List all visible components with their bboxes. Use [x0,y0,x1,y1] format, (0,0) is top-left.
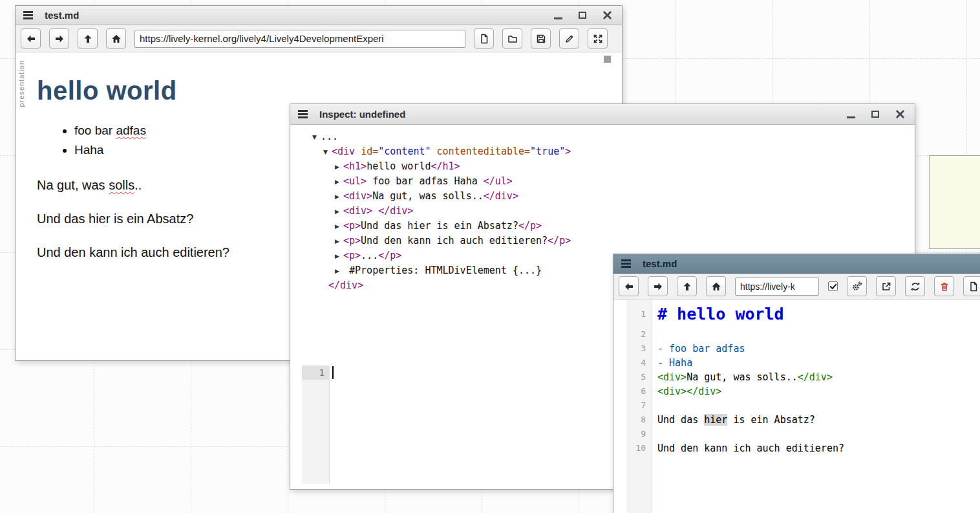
code-line-text [652,398,657,413]
url-input[interactable] [735,278,819,296]
text-token: <div></div> [657,386,721,397]
save-button[interactable] [531,28,551,49]
editor-line[interactable]: 4- Haha [613,356,980,370]
expand-icon[interactable]: ▶ [335,264,343,278]
text-token: > [565,146,571,157]
menu-icon[interactable] [23,11,33,19]
editor-gutter [302,366,330,484]
reload-button[interactable] [905,276,925,296]
text-token: </div> [798,371,833,383]
expand-icon[interactable]: ▶ [335,249,343,263]
expand-icon[interactable]: ▶ [335,234,343,248]
line-number: 6 [613,384,652,398]
titlebar[interactable]: test.md [613,254,980,274]
trash-icon [939,281,950,292]
home-button[interactable] [706,276,726,296]
arrow-left-icon [26,34,36,44]
expand-icon[interactable]: ▶ [335,219,343,234]
dom-tree-node[interactable]: ▶<p>Und den kann ich auch editieren?</p> [290,234,915,248]
maximize-icon [579,12,586,19]
close-button[interactable] [600,8,614,23]
titlebar[interactable]: test.md [16,6,622,25]
editor-line[interactable]: 1# hello world [613,303,980,327]
back-button[interactable] [21,28,41,49]
new-file-button[interactable] [963,276,980,296]
text-token: "content" [378,146,431,157]
open-external-button[interactable] [876,276,896,296]
close-button[interactable] [893,107,907,122]
home-button[interactable] [106,28,126,49]
code-line-text: <div>Na gut, was solls..</div> [652,370,833,384]
minimize-button[interactable] [844,107,858,122]
edit-button[interactable] [559,28,579,49]
auto-update-checkbox[interactable] [828,281,838,291]
code-line-text: <div></div> [652,384,721,398]
dom-tree-node[interactable]: ▼<div id="content" contenteditable="true… [290,144,915,159]
url-input[interactable] [134,30,465,48]
text-token: foo bar [74,124,116,137]
text-token: hello world [367,160,431,172]
code-line-text [652,427,657,441]
text-token: <p> [343,250,361,261]
dom-tree-node[interactable]: ▶<div>Na gut, was solls..</div> [290,189,915,204]
up-button[interactable] [677,276,697,296]
maximize-button[interactable] [575,8,590,23]
editor-line[interactable]: 6<div></div> [613,384,980,398]
text-token: .. [134,178,142,192]
settings-button[interactable] [847,276,867,296]
maximize-button[interactable] [868,107,882,122]
close-icon [895,109,905,119]
forward-button[interactable] [648,276,668,296]
editor-line[interactable]: 9 [613,427,980,441]
editor-line[interactable]: 7 [613,398,980,413]
expand-icon[interactable]: ▶ [335,204,343,219]
up-button[interactable] [78,28,98,49]
editor-line[interactable]: 10Und den kann ich auch editieren? [613,441,980,455]
code-editor[interactable]: 1# hello world23- foo bar adfas4- Haha5<… [613,300,980,513]
editor-line[interactable]: 3- foo bar adfas [613,342,980,356]
checkmark-icon [829,283,837,290]
minimize-icon [554,17,562,19]
arrow-up-icon [83,34,93,44]
dom-tree-node[interactable]: ▶<p>Und das hier is ein Absatz?</p> [290,219,915,234]
expand-icon[interactable]: ▶ [335,160,343,174]
folder-button[interactable] [502,28,522,49]
arrows-out-icon [593,34,603,44]
dom-tree-node[interactable]: ▶<ul> foo bar adfas Haha </ul> [290,174,915,189]
arrow-right-icon [653,281,663,292]
dom-tree-node[interactable]: ▶<div> </div> [290,204,915,219]
menu-icon[interactable] [621,259,631,268]
text-token: <p> [343,235,361,246]
forward-button[interactable] [49,28,69,49]
save-icon [536,34,546,44]
expand-icon[interactable]: ▶ [335,175,343,189]
line-number: 7 [613,398,652,413]
expand-button[interactable] [588,28,608,49]
delete-button[interactable] [934,276,954,296]
collapse-icon[interactable]: ▼ [312,130,321,144]
expand-icon[interactable]: ▶ [335,190,343,204]
editor-line[interactable]: 2 [613,327,980,342]
home-icon [711,281,721,292]
text-token: <p> [343,220,361,232]
back-button[interactable] [619,276,639,296]
scroll-handle[interactable] [604,56,611,63]
editor-line[interactable]: 5<div>Na gut, was solls..</div> [613,370,980,384]
editor-line[interactable]: 8Und das hier is ein Absatz? [613,413,980,427]
dom-tree-node[interactable]: ▶<h1>hello world</h1> [290,159,915,174]
code-line-text: Und das hier is ein Absatz? [652,413,815,427]
collapse-icon[interactable]: ▼ [323,145,332,159]
background-window-fragment[interactable] [929,155,980,249]
presentation-label: presentation [17,60,25,107]
markdown-heading[interactable]: hello world [37,76,622,105]
text-cursor [332,366,334,379]
new-file-button[interactable] [474,28,494,49]
minimize-button[interactable] [551,8,565,23]
window-markdown-editor: test.md [613,254,980,513]
line-number: 9 [613,427,652,441]
dom-tree-node[interactable]: ▼... [290,129,915,144]
titlebar[interactable]: Inspect: undefined [290,104,915,125]
code-line-text: Und den kann ich auch editieren? [652,441,844,455]
menu-icon[interactable] [298,110,308,118]
text-token [372,205,378,217]
